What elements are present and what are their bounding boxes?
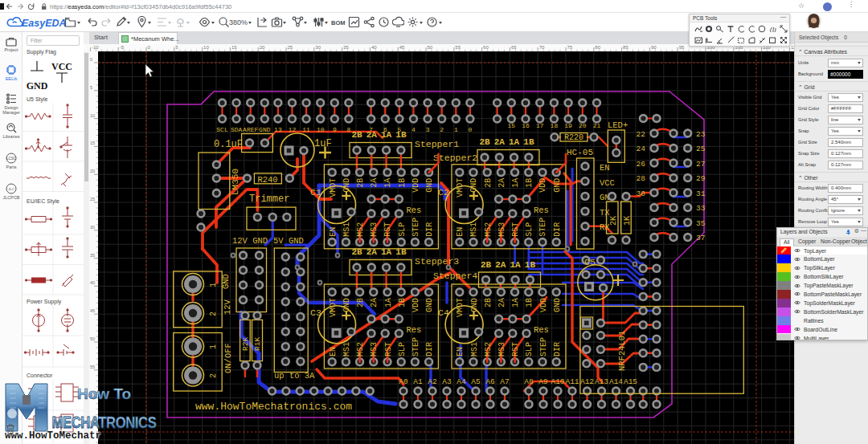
svg-text:EN: EN [329,347,338,356]
svg-text:A3: A3 [442,377,452,386]
svg-text:40: 40 [90,280,95,285]
svg-text:75: 75 [567,45,573,50]
svg-text:A15: A15 [624,377,637,386]
svg-text:40: 40 [371,45,377,50]
svg-text:ON/OFF: ON/OFF [223,343,233,373]
svg-text:EN: EN [329,227,338,237]
svg-text:6: 6 [383,126,387,133]
svg-text:DIR: DIR [425,342,434,356]
svg-text:MS2: MS2 [484,342,493,356]
svg-text:1A: 1A [510,260,521,270]
svg-text:Trimmer: Trimmer [249,193,289,205]
svg-text:37: 37 [696,234,705,242]
svg-text:EN: EN [456,227,465,237]
svg-text:A13: A13 [595,377,608,386]
svg-text:RST: RST [384,222,393,237]
svg-text:2A: 2A [494,137,506,147]
svg-text:2K: 2K [609,216,618,226]
svg-text:VDD: VDD [539,178,548,193]
svg-text:C2: C2 [438,187,449,198]
svg-text:up to 3A: up to 3A [274,371,315,381]
svg-text:www.HowToMechatronics.com: www.HowToMechatronics.com [195,401,352,413]
svg-text:C4: C4 [438,308,449,318]
svg-text:Res: Res [406,206,421,215]
svg-text:10: 10 [317,126,325,133]
svg-text:9: 9 [333,126,337,133]
svg-text:R2K: R2K [241,337,250,351]
svg-text:C3: C3 [310,308,321,318]
svg-text:STEP: STEP [539,337,548,356]
svg-text:25: 25 [696,145,706,153]
svg-text:20: 20 [260,45,265,50]
svg-text:AREF: AREF [243,126,258,133]
svg-text:NRF24L01: NRF24L01 [617,331,627,371]
svg-text:23: 23 [696,130,706,139]
svg-text:10: 10 [90,113,95,118]
svg-text:17: 17 [536,122,544,129]
svg-text:1B: 1B [523,137,534,147]
svg-text:1B: 1B [525,178,534,188]
svg-text:MS2: MS2 [484,222,493,237]
svg-text:65: 65 [511,45,517,50]
svg-text:GND: GND [342,298,351,312]
svg-text:1B: 1B [398,178,407,188]
svg-text:R1K: R1K [253,337,262,351]
svg-text:GND: GND [553,178,562,193]
svg-text:31: 31 [696,189,706,198]
svg-text:3: 3 [426,126,430,133]
svg-text:18: 18 [551,122,559,129]
svg-text:LM350: LM350 [231,169,240,195]
svg-text:U5 Style: U5 Style [27,96,48,103]
svg-text:2B: 2B [351,130,362,140]
svg-text:33: 33 [696,204,706,213]
svg-text:15: 15 [90,141,95,145]
svg-text:RST: RST [511,342,520,356]
svg-text:1B: 1B [525,298,534,308]
svg-text:Res: Res [534,206,549,215]
svg-text:26: 26 [637,160,646,169]
svg-text:A6: A6 [485,377,495,386]
svg-text:28: 28 [637,174,646,183]
svg-text:50: 50 [90,336,95,341]
svg-text:80: 80 [595,45,600,50]
svg-text:Res: Res [534,325,549,335]
svg-text:LED+: LED+ [608,120,628,130]
svg-text:5: 5 [397,126,401,133]
svg-text:GND: GND [342,178,351,193]
svg-text:2: 2 [209,312,218,316]
svg-text:24: 24 [637,145,646,153]
svg-text:21: 21 [593,122,601,129]
svg-text:35: 35 [696,219,706,228]
svg-text:-5: -5 [120,45,125,50]
svg-text:8: 8 [346,126,350,133]
svg-text:MS1: MS1 [470,342,479,356]
svg-text:15: 15 [231,45,237,50]
svg-text:2B: 2B [484,298,493,308]
svg-text:30: 30 [90,225,95,230]
svg-text:EasyEDA: EasyEDA [22,18,67,29]
svg-text:VDD: VDD [411,178,420,193]
svg-text:15: 15 [507,122,515,129]
svg-text:1: 1 [209,283,218,287]
svg-text:R240: R240 [257,175,277,185]
svg-text:-10: -10 [92,45,99,50]
svg-text:2B: 2B [484,178,493,188]
svg-text:29: 29 [696,174,706,183]
svg-text:MECHATRONICS: MECHATRONICS [52,413,157,431]
svg-text:SLP: SLP [525,342,534,356]
svg-text:11: 11 [302,126,310,133]
svg-text:60: 60 [483,45,489,50]
svg-text:45: 45 [399,45,405,50]
svg-text:4: 4 [411,126,416,133]
svg-text:55: 55 [455,45,461,50]
svg-text:HC-05: HC-05 [567,148,593,157]
svg-text:VMOT: VMOT [329,178,338,198]
svg-text:GND: GND [470,178,479,193]
svg-text:5V GND: 5V GND [273,236,304,246]
svg-text:A14: A14 [609,377,623,386]
svg-text:GND: GND [27,80,48,92]
svg-text:VCC: VCC [600,178,615,188]
svg-text:A4: A4 [457,377,466,386]
svg-text:95: 95 [679,45,685,50]
svg-text:A11: A11 [565,377,579,386]
